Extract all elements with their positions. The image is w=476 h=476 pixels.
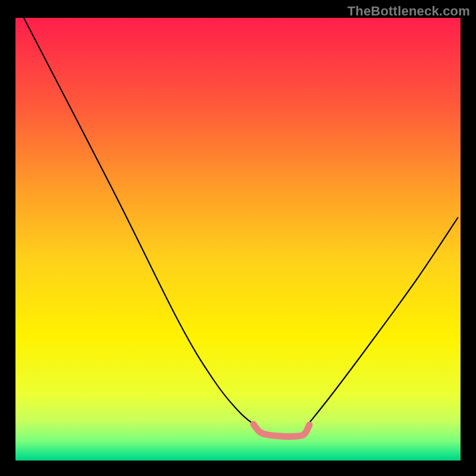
plot-background: [15, 18, 461, 461]
bottleneck-curve-plot: [0, 0, 476, 476]
watermark-text: TheBottleneck.com: [347, 4, 470, 19]
chart-frame: TheBottleneck.com: [0, 0, 476, 476]
